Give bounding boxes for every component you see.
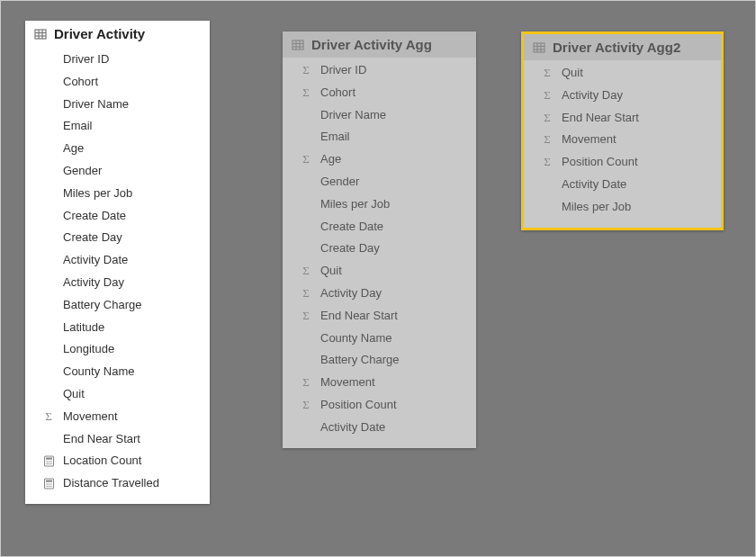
field-row[interactable]: ΣActivity Day	[524, 85, 721, 107]
field-label: Activity Day	[562, 86, 623, 105]
field-row[interactable]: ΣActivity Day	[283, 283, 476, 305]
field-row[interactable]: ΣEnd Near Start	[283, 305, 476, 328]
field-label: Gender	[320, 173, 359, 192]
field-row[interactable]: ΣMovement	[524, 129, 721, 151]
field-row[interactable]: Miles per Job	[524, 196, 721, 219]
svg-point-7	[46, 461, 48, 463]
field-list: ΣDriver IDΣCohortDriver NameEmailΣAgeGen…	[283, 58, 476, 448]
blank-icon	[41, 343, 56, 357]
sigma-icon: Σ	[299, 309, 313, 323]
field-row[interactable]: Gender	[283, 171, 476, 193]
field-label: End Near Start	[63, 430, 140, 449]
field-row[interactable]: ΣPosition Count	[524, 151, 721, 174]
blank-icon	[540, 200, 554, 214]
table-card[interactable]: Driver Activity AggΣDriver IDΣCohortDriv…	[283, 31, 476, 448]
table-card[interactable]: Driver ActivityDriver IDCohortDriver Nam…	[25, 21, 210, 504]
field-row[interactable]: Miles per Job	[25, 183, 210, 205]
table-icon	[292, 39, 304, 51]
table-header[interactable]: Driver Activity Agg	[283, 31, 476, 58]
field-row[interactable]: Location Count	[25, 450, 210, 472]
field-row[interactable]: End Near Start	[25, 428, 210, 451]
field-label: Create Date	[320, 218, 383, 237]
blank-icon	[299, 130, 313, 145]
field-label: Latitude	[63, 319, 104, 337]
blank-icon	[41, 298, 56, 312]
field-row[interactable]: Driver ID	[25, 49, 210, 71]
field-row[interactable]: Driver Name	[283, 104, 476, 127]
blank-icon	[41, 142, 56, 157]
field-row[interactable]: Activity Date	[283, 417, 476, 439]
field-row[interactable]: Battery Charge	[283, 349, 476, 372]
sigma-icon: Σ	[540, 156, 554, 170]
field-row[interactable]: Activity Day	[25, 272, 210, 294]
field-label: Quit	[562, 64, 583, 83]
field-row[interactable]: Distance Travelled	[25, 472, 210, 495]
field-row[interactable]: Email	[25, 115, 210, 138]
blank-icon	[41, 97, 56, 112]
field-row[interactable]: Activity Date	[524, 174, 721, 196]
field-row[interactable]: County Name	[25, 361, 210, 383]
field-row[interactable]: Create Day	[25, 227, 210, 249]
field-label: Gender	[63, 162, 102, 181]
field-row[interactable]: ΣDriver ID	[283, 59, 476, 82]
field-row[interactable]: ΣCohort	[283, 82, 476, 104]
field-row[interactable]: Quit	[25, 383, 210, 406]
field-row[interactable]: Cohort	[25, 71, 210, 94]
sigma-icon: Σ	[299, 286, 313, 301]
field-row[interactable]: Activity Date	[25, 249, 210, 272]
field-label: Longitude	[63, 340, 114, 359]
svg-point-20	[50, 486, 52, 488]
blank-icon	[41, 275, 56, 290]
field-row[interactable]: ΣEnd Near Start	[524, 107, 721, 130]
svg-rect-26	[534, 43, 544, 52]
field-label: Location Count	[63, 452, 141, 471]
sigma-icon: Σ	[41, 409, 56, 424]
field-row[interactable]: Driver Name	[25, 94, 210, 116]
table-card[interactable]: Driver Activity Agg2ΣQuitΣActivity DayΣE…	[521, 31, 724, 230]
blank-icon	[41, 120, 56, 134]
blank-icon	[41, 254, 56, 268]
field-label: Driver ID	[320, 61, 366, 80]
blank-icon	[299, 108, 313, 122]
field-row[interactable]: Latitude	[25, 317, 210, 339]
blank-icon	[299, 242, 313, 256]
field-label: Quit	[63, 385, 85, 404]
field-row[interactable]: Age	[25, 138, 210, 160]
field-row[interactable]: Create Day	[283, 238, 476, 260]
field-row[interactable]: ΣAge	[283, 148, 476, 171]
field-row[interactable]: ΣMovement	[25, 406, 210, 428]
field-label: Position Count	[562, 153, 638, 172]
field-row[interactable]: ΣPosition Count	[283, 394, 476, 417]
field-row[interactable]: County Name	[283, 328, 476, 350]
field-row[interactable]: Gender	[25, 160, 210, 183]
blank-icon	[299, 331, 313, 346]
blank-icon	[299, 420, 313, 435]
field-row[interactable]: Email	[283, 126, 476, 148]
sigma-icon: Σ	[299, 63, 313, 77]
field-row[interactable]: ΣQuit	[283, 260, 476, 283]
field-row[interactable]: Create Date	[25, 205, 210, 228]
field-row[interactable]: Battery Charge	[25, 294, 210, 317]
field-label: Quit	[320, 262, 342, 281]
table-header[interactable]: Driver Activity Agg2	[524, 34, 721, 60]
svg-point-9	[50, 461, 52, 463]
field-row[interactable]: Miles per Job	[283, 193, 476, 216]
sigma-icon: Σ	[299, 398, 313, 412]
table-header[interactable]: Driver Activity	[25, 21, 210, 47]
table-title: Driver Activity Agg	[311, 37, 432, 52]
field-label: Age	[63, 139, 84, 158]
field-row[interactable]: Longitude	[25, 338, 210, 361]
svg-rect-14	[46, 481, 52, 482]
field-row[interactable]: ΣMovement	[283, 372, 476, 394]
field-row[interactable]: Create Date	[283, 216, 476, 238]
blank-icon	[299, 354, 313, 368]
table-title: Driver Activity	[54, 26, 145, 41]
field-label: County Name	[63, 363, 134, 382]
field-label: Activity Day	[63, 274, 124, 292]
field-label: Driver Name	[63, 95, 129, 114]
model-canvas[interactable]: Driver ActivityDriver IDCohortDriver Nam…	[0, 0, 756, 557]
table-icon	[34, 28, 47, 40]
svg-point-15	[46, 483, 48, 485]
field-row[interactable]: ΣQuit	[524, 62, 721, 85]
field-label: Driver ID	[63, 50, 109, 69]
